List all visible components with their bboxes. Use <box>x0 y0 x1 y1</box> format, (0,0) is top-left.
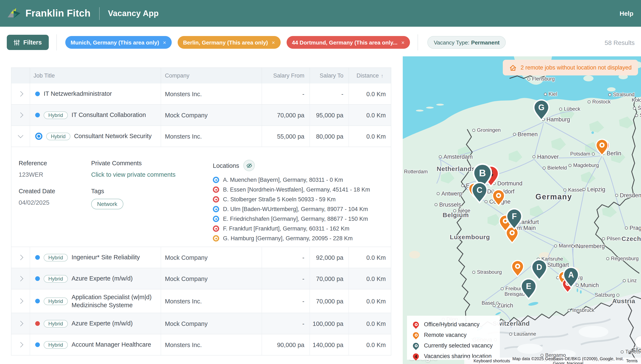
help-link[interactable]: Help <box>619 10 633 17</box>
salary-to: - <box>341 90 343 97</box>
column-header-company[interactable]: Company <box>161 68 262 84</box>
vacancy-type-label: Vacancy Type: <box>434 39 469 46</box>
map-pin[interactable] <box>492 190 505 206</box>
table-row[interactable]: Hybrid Application Specialist (w|m|d)Med… <box>12 290 391 313</box>
salary-to: 70,000 pa <box>316 298 343 304</box>
franklin-fitch-logo-icon <box>7 7 21 20</box>
job-title: IT Netzwerkadministrator <box>44 90 112 98</box>
expanded-row-detail: Reference 123WER Created Date 04/02/2025… <box>12 147 391 247</box>
location-text: D. Ulm [Baden-WUrttemberg], Germany, 890… <box>223 206 368 212</box>
filters-button[interactable]: Filters <box>7 35 49 50</box>
location-item[interactable]: E. Friedrichshafen [Germany], Germany, 8… <box>213 214 391 224</box>
filter-chip[interactable]: 44 Dortmund, Germany (This area only... … <box>286 36 410 49</box>
map-pin[interactable] <box>511 260 524 277</box>
distance: 0.0 Km <box>366 254 386 261</box>
location-item[interactable]: G. Hamburg [Germany], Germany, 20095 - 2… <box>213 234 391 243</box>
row-expander[interactable] <box>12 247 30 268</box>
column-header-distance-label: Distance <box>357 72 379 79</box>
map-pin[interactable]: E <box>521 278 537 300</box>
location-text: A. Muenchen [Bayern], Germany, 80311 - 0… <box>223 177 343 183</box>
job-title: Application Specialist (w|m|d)Medizinisc… <box>72 294 152 309</box>
filter-bar: Filters Munich, Germany (This area only)… <box>0 27 641 58</box>
distance: 0.0 Km <box>366 298 386 304</box>
city-dot <box>439 155 442 158</box>
location-item[interactable]: C. Stolberger Straße 5 Koeln 50933 - 59 … <box>213 194 391 204</box>
fullscreen-icon[interactable] <box>628 348 634 355</box>
row-expander[interactable] <box>12 290 30 313</box>
row-expander[interactable] <box>12 84 30 104</box>
map-pin[interactable]: D <box>531 259 547 280</box>
hybrid-badge: Hybrid <box>44 275 68 282</box>
status-dot <box>35 276 40 281</box>
map-pin[interactable]: G <box>533 99 549 120</box>
vacancy-table: Job Title Company Salary From Salary To … <box>11 68 391 356</box>
column-header-salary-from[interactable]: Salary From <box>262 68 310 84</box>
company-name: Mock Company <box>165 275 208 282</box>
filter-chip[interactable]: Munich, Germany (This area only) × <box>65 36 172 49</box>
sort-ascending-icon[interactable]: ↑ <box>381 73 383 78</box>
city-dot <box>437 192 440 195</box>
location-text: F. Frankfurt [Frankfurt], Germany, 60311… <box>223 226 349 232</box>
location-item[interactable]: A. Muenchen [Bayern], Germany, 80311 - 0… <box>213 175 391 185</box>
row-expander[interactable] <box>12 268 30 289</box>
terms-link[interactable]: Terms <box>626 358 637 363</box>
column-header-salary-to[interactable]: Salary To <box>310 68 349 84</box>
chip-close-icon[interactable]: × <box>272 39 275 46</box>
row-expander[interactable] <box>12 313 30 334</box>
table-row[interactable]: Hybrid Account Manager Healthcare Monste… <box>12 334 391 356</box>
status-dot <box>35 133 43 140</box>
location-item[interactable]: B. Essen [Nordrhein-Westfalen], Germany,… <box>213 185 391 194</box>
map-label: Amsterdam <box>439 154 473 160</box>
table-row[interactable]: Hybrid IT Consultant Collaboration Mock … <box>12 105 391 126</box>
map-label: Germany <box>535 192 572 202</box>
table-row[interactable]: Hybrid Consultant Network Security Monst… <box>12 126 391 147</box>
city-dot <box>509 332 512 336</box>
hybrid-badge: Hybrid <box>44 320 68 327</box>
keyboard-shortcuts-link[interactable]: Keyboard shortcuts <box>473 358 510 363</box>
tag-chip[interactable]: Network <box>91 199 123 209</box>
map-label: Magdeburg <box>568 162 599 168</box>
filter-chip[interactable]: Berlin, Germany (This area only) × <box>178 36 280 49</box>
row-expander[interactable] <box>12 334 30 355</box>
location-item[interactable]: D. Ulm [Baden-WUrttemberg], Germany, 890… <box>213 204 391 214</box>
city-dot <box>633 106 636 110</box>
chip-close-icon[interactable]: × <box>163 39 166 46</box>
row-expander[interactable] <box>12 105 30 126</box>
row-expander[interactable] <box>12 126 30 146</box>
locations-list: A. Muenchen [Bayern], Germany, 80311 - 0… <box>213 175 391 243</box>
map-label: Bremen <box>513 131 538 138</box>
vacancy-type-badge[interactable]: Vacancy Type: Permanent <box>427 36 506 49</box>
created-date-label: Created Date <box>19 188 91 194</box>
map-label: Szczecin <box>635 112 641 118</box>
column-header-distance[interactable]: Distance ↑ <box>349 68 391 84</box>
map-pin[interactable]: C <box>471 182 487 203</box>
map-pin[interactable]: F <box>506 208 522 230</box>
company-name: Monsters Inc. <box>165 133 202 140</box>
table-row[interactable]: Hybrid Ingenieur* Site Reliability Mock … <box>12 247 391 268</box>
map-pin[interactable]: A <box>563 267 579 288</box>
table-row[interactable]: IT Netzwerkadministrator Monsters Inc. -… <box>12 84 391 105</box>
map-label: Antwerp <box>437 190 462 197</box>
map-legend: Office/Hybrid vacancy Remote vacancy Cur… <box>407 316 500 360</box>
city-dot <box>559 108 562 110</box>
expander-column-header <box>12 68 30 84</box>
job-title: Consultant Network Security <box>74 132 152 140</box>
svg-text:G: G <box>538 103 544 112</box>
table-row[interactable]: Hybrid Azure Experte (m/w/d) Mock Compan… <box>12 313 391 334</box>
map-canvas[interactable]: Flensburg Kiel Stralsund Rostock Kołobrz… <box>403 56 641 364</box>
table-row[interactable]: Hybrid Azure Experte (m/w/d) Mock Compan… <box>12 268 391 290</box>
private-comments-link[interactable]: Click to view private comments <box>91 171 213 178</box>
chevron-icon <box>18 255 23 260</box>
city-dot <box>608 93 611 96</box>
legend-item: Currently selected vacancy <box>412 341 495 350</box>
company-name: Mock Company <box>165 254 208 261</box>
status-dot <box>35 113 40 118</box>
city-dot <box>434 203 437 206</box>
location-item[interactable]: F. Frankfurt [Frankfurt], Germany, 60311… <box>213 224 391 234</box>
map-pin[interactable] <box>596 139 608 156</box>
job-title: Azure Experte (m/w/d) <box>72 320 133 327</box>
city-dot <box>544 92 547 96</box>
chip-close-icon[interactable]: × <box>401 39 404 46</box>
column-header-job-title[interactable]: Job Title <box>30 68 161 84</box>
toggle-locations-visibility-button[interactable] <box>243 160 255 171</box>
